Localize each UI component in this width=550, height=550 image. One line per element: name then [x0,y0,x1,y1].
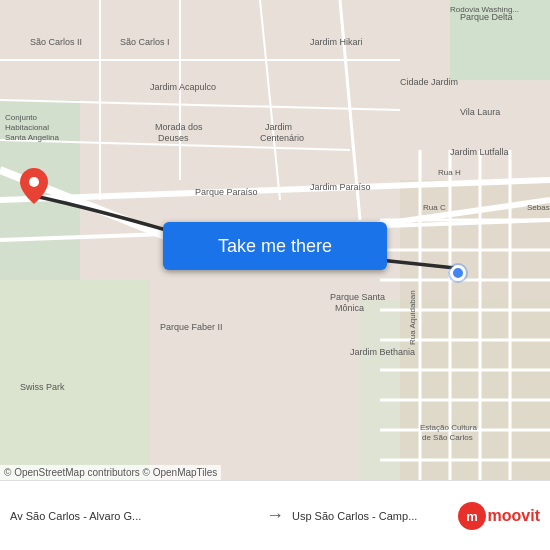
map-container: São Carlos II São Carlos I Conjunto Habi… [0,0,550,480]
svg-text:Jardim Hikari: Jardim Hikari [310,37,363,47]
svg-point-59 [29,177,39,187]
svg-text:Parque Paraíso: Parque Paraíso [195,187,258,197]
svg-text:Estação Cultura: Estação Cultura [420,423,477,432]
bottom-bar: Av São Carlos - Alvaro G... → Usp São Ca… [0,480,550,550]
location-pin [20,168,48,204]
svg-text:Deuses: Deuses [158,133,189,143]
svg-text:São Carlos II: São Carlos II [30,37,82,47]
svg-text:Swiss Park: Swiss Park [20,382,65,392]
svg-text:m: m [466,509,478,524]
moovit-logo: m moovit [458,502,540,530]
svg-text:Rua C: Rua C [423,203,446,212]
svg-text:Jardim: Jardim [265,122,292,132]
route-arrow-icon: → [258,505,292,526]
svg-text:Parque Santa: Parque Santa [330,292,385,302]
current-location-dot [450,265,466,281]
svg-text:de São Carlos: de São Carlos [422,433,473,442]
svg-text:Rua Aquidaban: Rua Aquidaban [408,290,417,345]
map-attribution: © OpenStreetMap contributors © OpenMapTi… [0,465,221,480]
svg-text:São Carlos I: São Carlos I [120,37,170,47]
moovit-icon: m [458,502,486,530]
take-me-there-button[interactable]: Take me there [163,222,387,270]
svg-text:Centenário: Centenário [260,133,304,143]
svg-text:Habitacional: Habitacional [5,123,49,132]
svg-text:Conjunto: Conjunto [5,113,38,122]
svg-rect-2 [0,280,150,480]
svg-text:Jardim Paraíso: Jardim Paraíso [310,182,371,192]
svg-text:Santa Angelina: Santa Angelina [5,133,59,142]
moovit-label: moovit [488,507,540,525]
svg-text:Jardim Lutfalla: Jardim Lutfalla [450,147,509,157]
svg-text:Mônica: Mônica [335,303,364,313]
svg-text:Rua H: Rua H [438,168,461,177]
svg-text:Vila Laura: Vila Laura [460,107,500,117]
route-from: Av São Carlos - Alvaro G... [10,510,258,522]
svg-text:Rodovia Washing...: Rodovia Washing... [450,5,519,14]
svg-text:Jardim Acapulco: Jardim Acapulco [150,82,216,92]
svg-text:Parque Faber II: Parque Faber II [160,322,223,332]
svg-text:Jardim Bethania: Jardim Bethania [350,347,415,357]
svg-text:Sebas...: Sebas... [527,203,550,212]
svg-text:Cidade Jardim: Cidade Jardim [400,77,458,87]
svg-text:Morada dos: Morada dos [155,122,203,132]
